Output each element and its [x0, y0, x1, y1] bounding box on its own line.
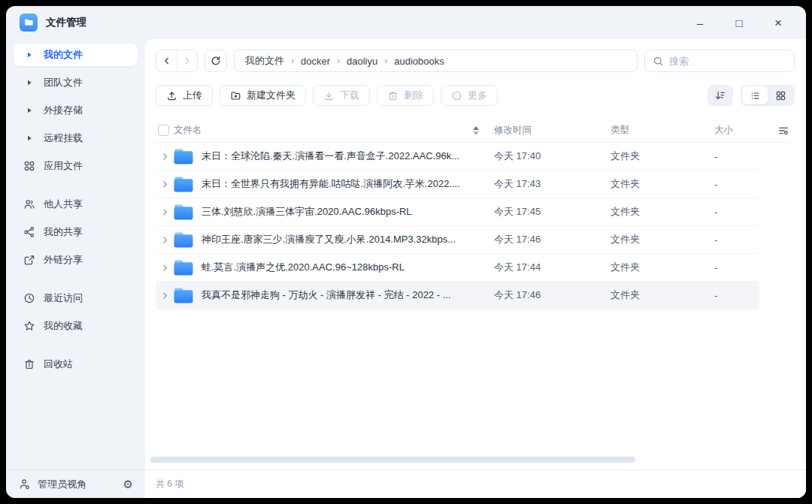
folder-icon — [174, 260, 193, 276]
file-list: 末日：全球沦陷.秦天.演播看一看.声音盒子.2022.AAC.96k... 今天… — [156, 143, 759, 309]
content-panel: 我的文件›docker›daoliyu›audiobooks 上传新建文件夹下载… — [145, 39, 806, 498]
sidebar-item[interactable]: 我的共享 — [14, 221, 138, 243]
file-size: - — [705, 151, 759, 162]
chevron-right-icon[interactable] — [156, 152, 174, 161]
table-row[interactable]: 我真不是邪神走狗 - 万劫火 - 演播胖发祥 - 完结 - 2022 - ...… — [156, 282, 759, 309]
file-size: - — [705, 234, 759, 246]
close-button[interactable]: × — [771, 17, 785, 29]
sidebar-item-label: 外接存储 — [44, 104, 83, 117]
toolbar-button-label: 删除 — [404, 89, 423, 102]
sidebar-item-label: 外链分享 — [44, 253, 83, 267]
file-modified-time: 今天 17:46 — [485, 233, 601, 246]
file-name: 我真不是邪神走狗 - 万劫火 - 演播胖发祥 - 完结 - 2022 - ... — [201, 288, 451, 302]
upload-button[interactable]: 上传 — [156, 85, 213, 106]
file-size: - — [705, 290, 759, 301]
file-type: 文件夹 — [601, 205, 705, 219]
sort-arrows-icon[interactable] — [473, 126, 479, 135]
chevron-right-icon[interactable] — [156, 263, 174, 273]
breadcrumb[interactable]: 我的文件›docker›daoliyu›audiobooks — [234, 50, 638, 72]
sidebar-item-label: 团队文件 — [44, 76, 83, 89]
list-view-button[interactable] — [742, 86, 768, 104]
table-row[interactable]: 末日：全世界只有我拥有异能.咕咕哒.演播阿农.芋米.2022.... 今天 17… — [156, 171, 759, 198]
breadcrumb-segment[interactable]: daoliyu — [347, 56, 377, 67]
file-type: 文件夹 — [601, 177, 705, 191]
title-bar: 文件管理 – □ × — [6, 6, 806, 39]
trash-icon — [23, 358, 35, 370]
chevron-right-icon[interactable] — [156, 180, 174, 189]
breadcrumb-segment[interactable]: audiobooks — [394, 56, 444, 67]
triangle-right-icon — [23, 104, 35, 116]
people-icon — [23, 198, 35, 210]
file-type: 文件夹 — [601, 288, 705, 302]
table-row[interactable]: 三体.刘慈欣.演播三体宇宙.2020.AAC.96kbps-RL 今天 17:4… — [156, 198, 759, 226]
sidebar-item-label: 最近访问 — [44, 291, 83, 305]
app-folder-icon — [20, 14, 38, 32]
maximize-button[interactable]: □ — [732, 17, 746, 29]
sidebar-item[interactable]: 回收站 — [14, 353, 138, 376]
sidebar-item[interactable]: 外接存储 — [14, 99, 138, 122]
search-icon — [653, 56, 664, 67]
file-name: 末日：全球沦陷.秦天.演播看一看.声音盒子.2022.AAC.96k... — [201, 149, 459, 163]
folder-icon — [174, 288, 193, 303]
column-header-name[interactable]: 文件名 — [174, 124, 202, 137]
more-button[interactable]: 更多 — [441, 85, 498, 106]
folder-icon — [174, 204, 193, 220]
sidebar: 我的文件团队文件外接存储远程挂载应用文件他人共享我的共享外链分享最近访问我的收藏… — [6, 39, 145, 498]
search-box — [644, 50, 795, 72]
file-modified-time: 今天 17:43 — [485, 177, 601, 191]
file-name: 末日：全世界只有我拥有异能.咕咕哒.演播阿农.芋米.2022.... — [201, 177, 460, 191]
column-header-type[interactable]: 类型 — [601, 124, 705, 137]
sidebar-item-label: 我的共享 — [44, 225, 83, 239]
sidebar-item[interactable]: 我的收藏 — [14, 315, 138, 337]
toolbar-button-label: 更多 — [468, 89, 487, 102]
upload-icon — [166, 90, 177, 101]
sidebar-item[interactable]: 团队文件 — [14, 71, 138, 94]
chevron-right-icon[interactable] — [156, 291, 174, 300]
refresh-button[interactable] — [205, 50, 227, 72]
chevron-right-icon[interactable] — [156, 207, 174, 217]
chevron-right-icon[interactable] — [156, 235, 174, 245]
file-type: 文件夹 — [601, 261, 705, 274]
table-row[interactable]: 神印王座.唐家三少.演播瘦了又瘦.小呆.2014.MP3.32kbps... 今… — [156, 226, 759, 254]
breadcrumb-segment[interactable]: 我的文件 — [245, 54, 284, 68]
sidebar-item[interactable]: 应用文件 — [14, 155, 138, 177]
breadcrumb-separator: › — [291, 56, 294, 66]
search-input[interactable] — [669, 56, 786, 67]
grid-view-button[interactable] — [768, 86, 793, 104]
back-button[interactable] — [156, 50, 177, 71]
breadcrumb-segment[interactable]: docker — [301, 56, 330, 67]
download-icon — [323, 90, 335, 101]
table-row[interactable]: 末日：全球沦陷.秦天.演播看一看.声音盒子.2022.AAC.96k... 今天… — [156, 143, 759, 171]
sidebar-item[interactable]: 我的文件 — [14, 44, 138, 66]
column-settings-icon[interactable] — [759, 125, 789, 137]
file-modified-time: 今天 17:40 — [485, 149, 601, 163]
column-header-time[interactable]: 修改时间 — [485, 124, 601, 137]
select-all-checkbox[interactable] — [158, 125, 169, 136]
file-modified-time: 今天 17:46 — [485, 288, 601, 302]
sidebar-item[interactable]: 远程挂载 — [14, 127, 138, 149]
delete-button[interactable]: 删除 — [377, 85, 434, 106]
new-folder-icon — [230, 90, 241, 101]
status-bar: 共 6 项 — [145, 469, 806, 498]
external-link-icon — [23, 254, 35, 266]
app-title: 文件管理 — [46, 16, 86, 29]
toolbar-button-label: 下载 — [340, 89, 359, 102]
table-row[interactable]: 蛙.莫言.演播声之优.2020.AAC.96~128kbps-RL 今天 17:… — [156, 254, 759, 282]
column-header-size[interactable]: 大小 — [705, 124, 759, 137]
sidebar-item[interactable]: 最近访问 — [14, 287, 138, 309]
navigation-row: 我的文件›docker›daoliyu›audiobooks — [156, 50, 795, 72]
gear-icon[interactable]: ⚙ — [123, 478, 133, 491]
minimize-button[interactable]: – — [693, 17, 707, 29]
sort-button[interactable] — [707, 85, 733, 106]
file-size: - — [705, 262, 759, 273]
download-button[interactable]: 下载 — [313, 85, 370, 106]
share-icon — [23, 226, 35, 238]
folder-icon — [174, 232, 193, 248]
horizontal-scrollbar[interactable] — [150, 457, 635, 463]
sidebar-item[interactable]: 外链分享 — [14, 249, 138, 271]
sidebar-item[interactable]: 他人共享 — [14, 193, 138, 216]
more-icon — [451, 90, 462, 101]
forward-button[interactable] — [177, 50, 197, 71]
new-folder-button[interactable]: 新建文件夹 — [220, 85, 306, 106]
file-name: 蛙.莫言.演播声之优.2020.AAC.96~128kbps-RL — [201, 261, 404, 274]
